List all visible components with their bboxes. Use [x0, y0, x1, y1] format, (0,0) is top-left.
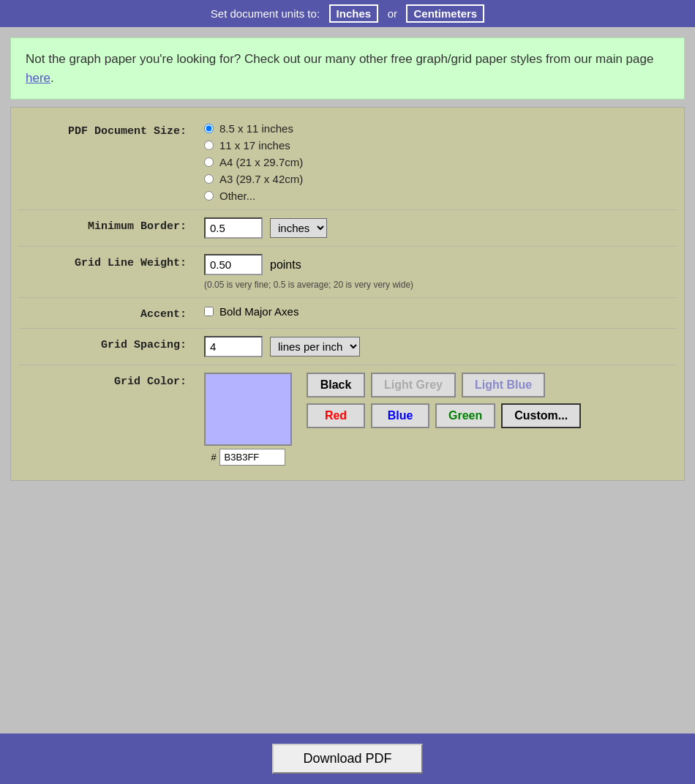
hash-symbol: #	[211, 452, 216, 463]
blue-color-button[interactable]: Blue	[371, 403, 429, 428]
green-color-button[interactable]: Green	[435, 403, 495, 428]
info-text: Not the graph paper you're looking for? …	[26, 52, 653, 66]
download-pdf-button[interactable]: Download PDF	[272, 744, 422, 774]
grid-color-inputs: # Black Light Grey Light Blue Red Blue	[201, 373, 684, 466]
pdf-size-row: PDF Document Size: 8.5 x 11 inches 11 x …	[11, 115, 684, 209]
pdf-size-label: PDF Document Size:	[11, 122, 201, 138]
accent-label: Accent:	[11, 305, 201, 321]
pdf-size-label-2: 11 x 17 inches	[219, 139, 290, 152]
color-buttons-wrap: Black Light Grey Light Blue Red Blue Gre…	[307, 373, 581, 428]
weight-wrap: points (0.05 is very fine; 0.5 is averag…	[204, 254, 684, 290]
grid-weight-hint: (0.05 is very fine; 0.5 is average; 20 i…	[204, 280, 684, 290]
pdf-size-option-3[interactable]: A4 (21 x 29.7cm)	[204, 156, 684, 168]
pdf-size-radio-5[interactable]	[204, 191, 214, 201]
accent-input: Bold Major Axes	[201, 305, 684, 318]
main-content: PDF Document Size: 8.5 x 11 inches 11 x …	[10, 107, 685, 723]
or-text: or	[388, 7, 397, 20]
info-box: Not the graph paper you're looking for? …	[10, 37, 685, 100]
pdf-size-radio-3[interactable]	[204, 157, 214, 167]
spacing-unit-select[interactable]: lines per inch lines per cm	[270, 337, 360, 356]
accent-row: Accent: Bold Major Axes	[11, 298, 684, 328]
color-preview-section: # Black Light Grey Light Blue Red Blue	[204, 373, 684, 466]
form-table: PDF Document Size: 8.5 x 11 inches 11 x …	[10, 107, 685, 481]
pdf-size-option-1[interactable]: 8.5 x 11 inches	[204, 122, 684, 135]
grid-color-row: Grid Color: # Black Light Grey	[11, 365, 684, 473]
light-blue-color-button[interactable]: Light Blue	[462, 373, 545, 397]
pdf-size-radio-1[interactable]	[204, 124, 214, 133]
custom-color-button[interactable]: Custom...	[501, 403, 581, 428]
bold-axes-label: Bold Major Axes	[219, 305, 298, 318]
min-border-row: Minimum Border: inches cm	[11, 210, 684, 246]
black-color-button[interactable]: Black	[307, 373, 365, 397]
color-btn-row-1: Black Light Grey Light Blue	[307, 373, 581, 397]
pdf-size-option-5[interactable]: Other...	[204, 190, 684, 202]
red-color-button[interactable]: Red	[307, 403, 365, 428]
pdf-size-radio-2[interactable]	[204, 141, 214, 150]
hex-color-input[interactable]	[219, 449, 285, 466]
inches-link[interactable]: Inches	[329, 4, 379, 23]
accent-wrap: Bold Major Axes	[204, 305, 684, 318]
grid-weight-input[interactable]	[204, 254, 263, 275]
border-input-wrap: inches cm	[204, 217, 684, 239]
grid-color-label: Grid Color:	[11, 373, 201, 388]
min-border-inputs: inches cm	[201, 217, 684, 239]
bold-axes-checkbox[interactable]	[204, 307, 214, 316]
pdf-size-label-5: Other...	[219, 190, 255, 202]
centimeters-link[interactable]: Centimeters	[406, 4, 484, 23]
light-grey-color-button[interactable]: Light Grey	[371, 373, 456, 397]
color-swatch-wrap: #	[204, 373, 292, 466]
color-btn-row-2: Red Blue Green Custom...	[307, 403, 581, 428]
top-bar: Set document units to: Inches or Centime…	[0, 0, 695, 27]
grid-spacing-inputs: lines per inch lines per cm	[201, 336, 684, 357]
grid-line-weight-label: Grid Line Weight:	[11, 254, 201, 269]
color-hash-row: #	[211, 449, 285, 466]
grid-line-weight-inputs: points (0.05 is very fine; 0.5 is averag…	[201, 254, 684, 290]
units-label: Set document units to:	[211, 7, 320, 20]
min-border-label: Minimum Border:	[11, 217, 201, 233]
grid-spacing-label: Grid Spacing:	[11, 336, 201, 351]
color-swatch	[204, 373, 292, 446]
grid-spacing-input[interactable]	[204, 336, 263, 357]
pdf-size-option-2[interactable]: 11 x 17 inches	[204, 139, 684, 152]
pdf-size-label-1: 8.5 x 11 inches	[219, 122, 293, 135]
pdf-size-radio-group: 8.5 x 11 inches 11 x 17 inches A4 (21 x …	[204, 122, 684, 202]
border-unit-select[interactable]: inches cm	[270, 218, 327, 238]
spacing-wrap: lines per inch lines per cm	[204, 336, 684, 357]
bottom-bar: Download PDF	[0, 733, 695, 784]
pdf-size-option-4[interactable]: A3 (29.7 x 42cm)	[204, 173, 684, 185]
weight-unit: points	[270, 258, 301, 272]
grid-spacing-row: Grid Spacing: lines per inch lines per c…	[11, 329, 684, 365]
here-link[interactable]: here	[26, 71, 50, 85]
pdf-size-label-4: A3 (29.7 x 42cm)	[219, 173, 303, 185]
min-border-input[interactable]	[204, 217, 263, 239]
pdf-size-radio-4[interactable]	[204, 174, 214, 184]
pdf-size-options: 8.5 x 11 inches 11 x 17 inches A4 (21 x …	[201, 122, 684, 202]
grid-line-weight-row: Grid Line Weight: points (0.05 is very f…	[11, 247, 684, 297]
weight-input-row: points	[204, 254, 684, 275]
pdf-size-label-3: A4 (21 x 29.7cm)	[219, 156, 303, 168]
